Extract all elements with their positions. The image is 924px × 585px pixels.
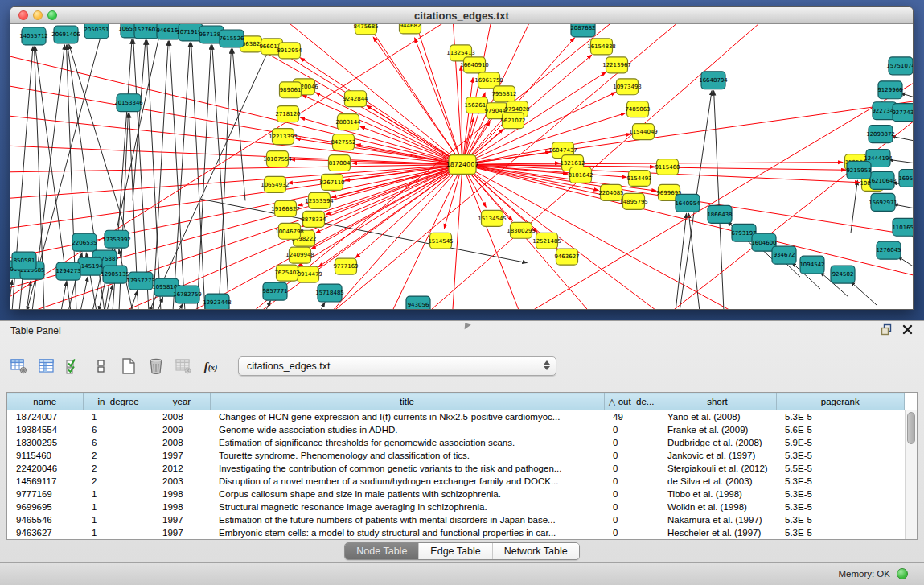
- cell-name: 18300295: [7, 436, 83, 449]
- table-toolbar: f(x) citations_edges.txt: [8, 352, 556, 381]
- tab-network-table[interactable]: Network Table: [493, 543, 579, 559]
- graph-node-label: 9463627: [554, 253, 579, 260]
- table-row[interactable]: 911546021997Tourette syndrome. Phenomeno…: [7, 449, 905, 462]
- column-header-short[interactable]: short: [659, 393, 776, 410]
- graph-node-label: 9857771: [262, 288, 287, 295]
- graph-node-label: 15692971: [869, 200, 897, 206]
- graph-node-label: 2803144: [335, 119, 361, 126]
- cell-out_degree: 0: [604, 475, 659, 488]
- cell-out_degree: 0: [604, 526, 659, 539]
- cell-name: 9463627: [7, 526, 83, 539]
- function-builder-icon[interactable]: f(x): [199, 355, 222, 377]
- graph-node-label: 7485063: [625, 106, 650, 113]
- graph-node-label: 17957273: [126, 278, 155, 284]
- cell-in_degree: 6: [83, 436, 154, 449]
- cell-in_degree: 1: [83, 410, 154, 423]
- graph-node-label: 10654932: [261, 182, 290, 188]
- graph-node-label: 934672: [774, 252, 795, 258]
- cell-pagerank: 5.3E-5: [776, 475, 905, 488]
- graph-node-label: 16640910: [460, 62, 489, 68]
- cell-pagerank: 5.3E-5: [776, 501, 905, 513]
- table-row[interactable]: 1830029562008Estimation of significance …: [7, 436, 905, 449]
- cell-short: Franke et al. (2009): [659, 423, 776, 436]
- graph-node-label: 5621072: [500, 117, 525, 124]
- tab-node-table[interactable]: Node Table: [345, 543, 419, 559]
- column-header-year[interactable]: year: [154, 393, 210, 410]
- cell-out_degree: 0: [604, 513, 659, 526]
- cell-short: Wolkin et al. (1998): [659, 501, 776, 513]
- graph-node-label: 12093872: [866, 131, 895, 138]
- close-panel-icon[interactable]: [902, 324, 913, 335]
- graph-node-label: 12521485: [532, 238, 561, 245]
- graph-node-label: 16648794: [699, 77, 728, 84]
- table-row[interactable]: 977716911998Corpus callosum shape and si…: [7, 488, 905, 501]
- graph-node-label: 1866438: [707, 212, 732, 218]
- cell-name: 9465546: [7, 513, 83, 526]
- graph-node-label: 817004: [329, 160, 351, 167]
- panel-resize-grip[interactable]: [462, 321, 471, 330]
- graph-node-label: 16154838: [587, 43, 616, 50]
- graph-node-label: 8475685: [353, 24, 378, 30]
- delete-icon[interactable]: [145, 355, 167, 377]
- cell-in_degree: 1: [83, 526, 154, 539]
- graph-node-label: 9154493: [626, 175, 651, 182]
- graph-node-label: 14895795: [619, 199, 648, 205]
- cell-name: 9777169: [7, 488, 83, 501]
- cell-title: Tourette syndrome. Phenomenology and cla…: [210, 449, 604, 462]
- table-row[interactable]: 946362711997Embryonic stem cells: a mode…: [7, 526, 905, 539]
- new-file-icon[interactable]: [117, 355, 140, 377]
- graph-node-label: 2050351: [84, 27, 109, 33]
- cell-short: Nakamura et al. (1997): [659, 513, 776, 526]
- toggle-columns-icon[interactable]: [35, 355, 58, 377]
- cell-short: de Silva et al. (2003): [659, 475, 776, 488]
- graph-node-label: 944682: [400, 24, 421, 29]
- row-options-icon[interactable]: [90, 355, 113, 377]
- node-attribute-table[interactable]: namein_degreeyeartitle△ out_de...shortpa…: [7, 393, 905, 539]
- column-header-out_degree[interactable]: △ out_de...: [604, 393, 659, 410]
- cell-pagerank: 5.3E-5: [776, 513, 905, 526]
- table-scrollbar[interactable]: [905, 410, 917, 539]
- table-row[interactable]: 969969511998Structural magnetic resonanc…: [7, 501, 905, 513]
- memory-status-indicator[interactable]: [897, 568, 908, 579]
- table-row[interactable]: 946554611997Estimation of the future num…: [7, 513, 905, 526]
- table-row[interactable]: 1938455462009Genome-wide association stu…: [7, 423, 905, 436]
- network-graph[interactable]: 1132541316640910169617587955812156261597…: [10, 24, 913, 309]
- network-canvas[interactable]: 1132541316640910169617587955812156261597…: [10, 24, 913, 309]
- delete-table-icon[interactable]: [172, 355, 195, 377]
- table-row[interactable]: 1872400712008Changes of HCN gene express…: [7, 410, 905, 423]
- cell-year: 2009: [154, 423, 210, 436]
- float-panel-icon[interactable]: [881, 323, 893, 336]
- window-titlebar[interactable]: citations_edges.txt: [10, 7, 913, 24]
- column-header-in_degree[interactable]: in_degree: [83, 393, 154, 410]
- graph-node-label: 8101642: [568, 172, 593, 179]
- table-settings-icon[interactable]: [8, 355, 31, 377]
- graph-node-label: 20153346: [114, 100, 143, 106]
- cell-short: Stergiakouli et al. (2012): [659, 462, 776, 475]
- network-table-select[interactable]: citations_edges.txt: [238, 356, 556, 376]
- graph-node-label: 924502: [832, 271, 854, 278]
- cell-year: 2012: [154, 462, 210, 475]
- table-row[interactable]: 1456911722003Disruption of a novel membe…: [7, 475, 905, 488]
- table-scrollbar-thumb[interactable]: [907, 412, 915, 444]
- graph-node-label: 943056: [408, 302, 429, 308]
- column-header-name[interactable]: name: [7, 393, 83, 410]
- graph-node-label: 2206535: [72, 240, 97, 246]
- column-header-title[interactable]: title: [210, 393, 604, 410]
- graph-node-label: 7615526: [219, 35, 244, 42]
- graph-node-label: 14055712: [19, 33, 48, 39]
- tab-edge-table[interactable]: Edge Table: [419, 543, 492, 559]
- select-columns-icon[interactable]: [63, 355, 85, 377]
- desktop: citations_edges.txt 11325413166409101696…: [0, 0, 924, 585]
- cell-pagerank: 5.3E-5: [776, 488, 905, 501]
- graph-node-label: 1695533: [898, 175, 913, 182]
- graph-node-label: 12213393: [269, 134, 298, 140]
- window-title: citations_edges.txt: [10, 10, 913, 22]
- graph-node-label: 15134545: [478, 216, 507, 222]
- cell-name: 18724007: [7, 410, 83, 423]
- cell-short: Hescheler et al. (1997): [659, 526, 776, 539]
- column-header-pagerank[interactable]: pagerank: [776, 393, 905, 410]
- cell-pagerank: 5.9E-5: [776, 436, 905, 449]
- table-row[interactable]: 2242004622012Investigating the contribut…: [7, 462, 905, 475]
- cell-year: 2008: [154, 436, 210, 449]
- cell-in_degree: 2: [83, 449, 154, 462]
